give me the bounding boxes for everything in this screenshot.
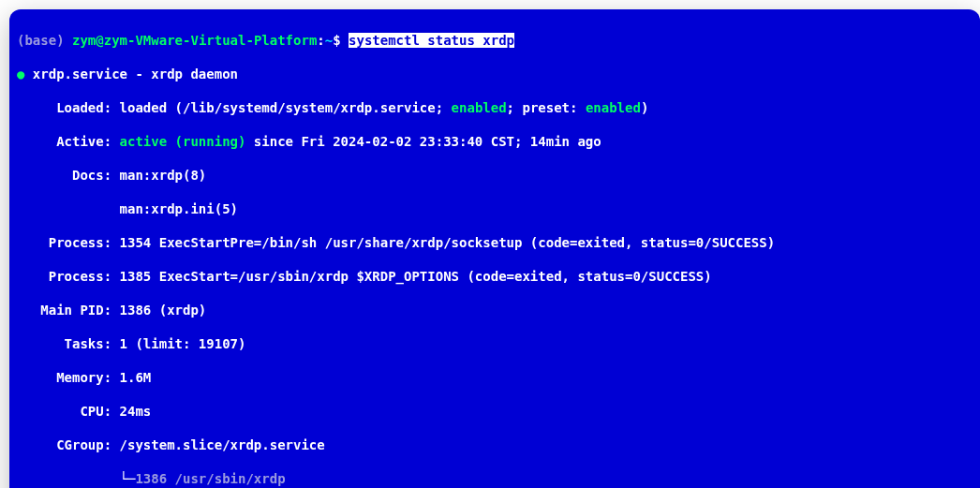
user-host: zym@zym-VMware-Virtual-Platform: [72, 33, 317, 48]
typed-command: systemctl status xrdp: [349, 33, 514, 48]
docs-line-1: Docs: man:xrdp(8): [17, 167, 973, 184]
tasks-line: Tasks: 1 (limit: 19107): [17, 335, 973, 352]
env-tag: (base): [17, 33, 72, 48]
process-line-2: Process: 1385 ExecStart=/usr/sbin/xrdp $…: [17, 268, 973, 285]
dollar: $: [333, 33, 349, 48]
cgroup-child-line: └─1386 /usr/sbin/xrdp: [17, 470, 973, 487]
mainpid-line: Main PID: 1386 (xrdp): [17, 302, 973, 318]
cwd: ~: [325, 33, 333, 48]
unit-header: ● xrdp.service - xrdp daemon: [17, 66, 973, 82]
cpu-line: CPU: 24ms: [17, 403, 973, 420]
active-line: Active: active (running) since Fri 2024-…: [17, 133, 973, 150]
cgroup-line: CGroup: /system.slice/xrdp.service: [17, 436, 973, 453]
memory-line: Memory: 1.6M: [17, 369, 973, 386]
sep: :: [317, 33, 324, 48]
unit-name: xrdp.service - xrdp daemon: [24, 67, 238, 81]
terminal-window[interactable]: (base) zym@zym-VMware-Virtual-Platform:~…: [9, 9, 980, 488]
process-line-1: Process: 1354 ExecStartPre=/bin/sh /usr/…: [17, 234, 973, 251]
docs-line-2: man:xrdp.ini(5): [17, 200, 973, 217]
loaded-line: Loaded: loaded (/lib/systemd/system/xrdp…: [17, 99, 973, 116]
prompt-line[interactable]: (base) zym@zym-VMware-Virtual-Platform:~…: [17, 32, 973, 49]
